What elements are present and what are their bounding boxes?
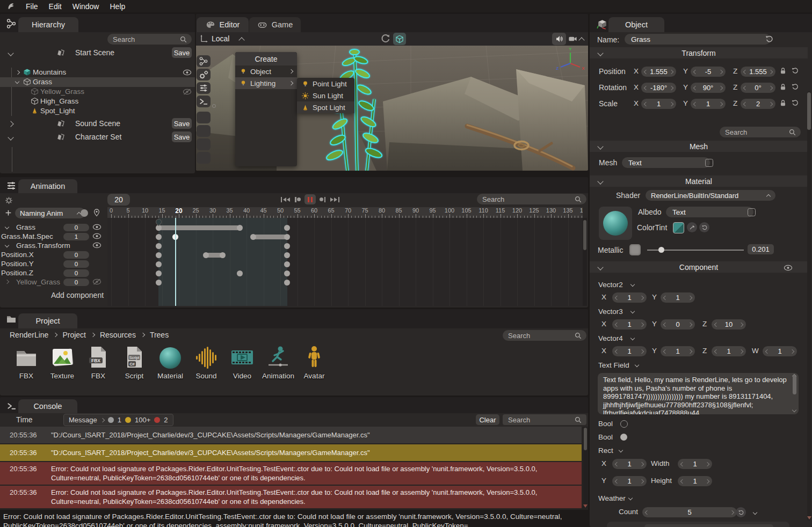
- asset-fbx-folder[interactable]: FBX: [9, 345, 44, 380]
- text-field-input[interactable]: Text field, Hello, my name is RenderLine…: [602, 375, 789, 414]
- chevron-down-icon[interactable]: [635, 363, 639, 367]
- position-x-value[interactable]: 1.555: [648, 68, 670, 76]
- vector3-y-value[interactable]: 0: [667, 320, 688, 328]
- rotation-z-value[interactable]: 0°: [747, 84, 769, 92]
- track-value[interactable]: 0: [63, 224, 89, 231]
- stepper-increment[interactable]: [669, 101, 673, 106]
- chevron-down-icon[interactable]: [15, 79, 19, 84]
- submenu-item-sun-light[interactable]: Sun Light: [297, 90, 354, 101]
- scroll-down-arrow[interactable]: [807, 516, 811, 519]
- vector4-z-value[interactable]: 1: [718, 347, 740, 355]
- rect-y-value[interactable]: 1: [619, 477, 640, 485]
- mesh-input[interactable]: [627, 158, 705, 167]
- keyframe-dot[interactable]: [250, 234, 256, 240]
- console-scrollbar[interactable]: [583, 427, 588, 508]
- rect-x-field[interactable]: 1: [612, 459, 647, 469]
- vector4-z-field[interactable]: 1: [712, 346, 746, 356]
- tree-node-yellow-grass[interactable]: Yellow_Grass: [0, 87, 195, 97]
- tree-node-spot-light[interactable]: Spot_Light: [0, 106, 195, 116]
- timeline-playhead[interactable]: [175, 218, 176, 306]
- chevron-up-icon[interactable]: [578, 37, 584, 43]
- console-search-input[interactable]: [507, 415, 571, 424]
- error-count-dot[interactable]: [154, 417, 160, 423]
- asset-script-file[interactable]: ScriptC# Script: [117, 345, 152, 380]
- vector3-z-field[interactable]: 10: [712, 319, 746, 330]
- asset-animation[interactable]: Animation: [260, 345, 296, 380]
- current-frame-field[interactable]: 20: [107, 194, 130, 206]
- name-field[interactable]: [625, 34, 771, 45]
- eyedropper-button[interactable]: [687, 222, 697, 232]
- keyframe-dot[interactable]: [156, 252, 162, 258]
- scale-z-field[interactable]: 2: [741, 99, 775, 109]
- stepper-increment[interactable]: [640, 349, 644, 353]
- keyframe-dot[interactable]: [156, 270, 162, 276]
- keyframe-dot[interactable]: [284, 270, 290, 276]
- lock-icon[interactable]: [779, 99, 787, 109]
- log-count-dot[interactable]: [108, 417, 114, 423]
- keyframe-dot[interactable]: [284, 261, 290, 267]
- scale-x-field[interactable]: 1: [641, 99, 676, 109]
- vector2-y-field[interactable]: 1: [661, 292, 695, 303]
- vector3-z-value[interactable]: 10: [718, 320, 740, 328]
- chevron-down-icon[interactable]: [630, 336, 635, 340]
- position-y-value[interactable]: -5: [697, 68, 719, 76]
- skip-start-button[interactable]: [280, 194, 291, 204]
- gizmo-cube-button[interactable]: [393, 33, 406, 45]
- viewport-tool-settings[interactable]: [197, 69, 211, 80]
- vector2-x-value[interactable]: 1: [619, 294, 640, 302]
- chevron-down-icon[interactable]: [5, 243, 9, 247]
- keyframe-bar[interactable]: [158, 225, 240, 230]
- keyframe-dot[interactable]: [284, 252, 290, 258]
- lock-icon[interactable]: [779, 83, 787, 93]
- add-clip-button[interactable]: [4, 209, 12, 219]
- menu-help[interactable]: Help: [104, 2, 130, 11]
- stepper-increment[interactable]: [719, 85, 723, 90]
- stepper-increment[interactable]: [790, 349, 794, 353]
- chevron-right-icon[interactable]: [8, 121, 13, 127]
- scroll-down-arrow[interactable]: [583, 504, 588, 508]
- animation-search-input[interactable]: [481, 195, 571, 204]
- stepper-increment[interactable]: [669, 85, 673, 90]
- submenu-item-point-light[interactable]: Point Light: [297, 78, 354, 90]
- viewport-tool-empty-4[interactable]: [197, 152, 211, 164]
- eye-icon[interactable]: [92, 224, 102, 232]
- keyframe-bar[interactable]: [253, 235, 287, 239]
- undo-icon[interactable]: [791, 67, 799, 77]
- track-position-z[interactable]: Position.Z 0: [0, 268, 107, 277]
- vector4-w-field[interactable]: 1: [763, 346, 797, 356]
- menu-file[interactable]: File: [20, 2, 44, 11]
- timeline-grid[interactable]: [107, 218, 583, 306]
- eye-icon[interactable]: [183, 69, 192, 77]
- vector2-x-field[interactable]: 1: [612, 292, 647, 303]
- inspector-search[interactable]: [720, 127, 801, 137]
- tree-node-high-grass[interactable]: High_Grass: [0, 97, 195, 106]
- undo-button[interactable]: [699, 222, 709, 232]
- console-detail[interactable]: Error: Could not load signature of Packa…: [0, 510, 588, 527]
- context-menu-item-object[interactable]: Object: [235, 65, 297, 77]
- pin-icon[interactable]: [92, 208, 101, 219]
- chevron-down-icon[interactable]: [628, 496, 633, 500]
- rect-width-field[interactable]: 1: [678, 459, 712, 469]
- count-value[interactable]: 5: [649, 508, 730, 516]
- stepper-increment[interactable]: [640, 462, 644, 466]
- asset-avatar[interactable]: Avatar: [296, 345, 332, 380]
- rotation-y-field[interactable]: 90°: [691, 83, 726, 93]
- undo-icon[interactable]: [791, 99, 799, 109]
- viewport-tool-empty-1[interactable]: [197, 112, 211, 123]
- chevron-down-icon[interactable]: [8, 50, 13, 56]
- hierarchy-search[interactable]: [107, 34, 192, 45]
- viewport-tool-console[interactable]: [197, 96, 211, 107]
- timeline-scrollbar-thumb[interactable]: [583, 220, 586, 250]
- track-grass-transform[interactable]: Grass.Transform: [0, 241, 107, 250]
- message-filter[interactable]: Message 1 100+ 2: [63, 414, 173, 426]
- tab-hierarchy[interactable]: Hierarchy: [18, 17, 78, 32]
- tree-node-grass[interactable]: Grass: [0, 77, 195, 87]
- camera-icon[interactable]: [568, 34, 578, 46]
- stepper-increment[interactable]: [719, 69, 723, 74]
- console-row-log[interactable]: 20:55:36 "D:/Cours_ISART_2018/Project_Ch…: [0, 427, 582, 443]
- stepper-increment[interactable]: [640, 295, 644, 299]
- stepper-increment[interactable]: [739, 322, 743, 326]
- timeline-ruler[interactable]: 0510152025303540455055606570758085909510…: [107, 207, 583, 218]
- tab-game[interactable]: Game: [249, 17, 301, 32]
- scene-row-sound-scene[interactable]: Sound Scene Save: [0, 118, 195, 130]
